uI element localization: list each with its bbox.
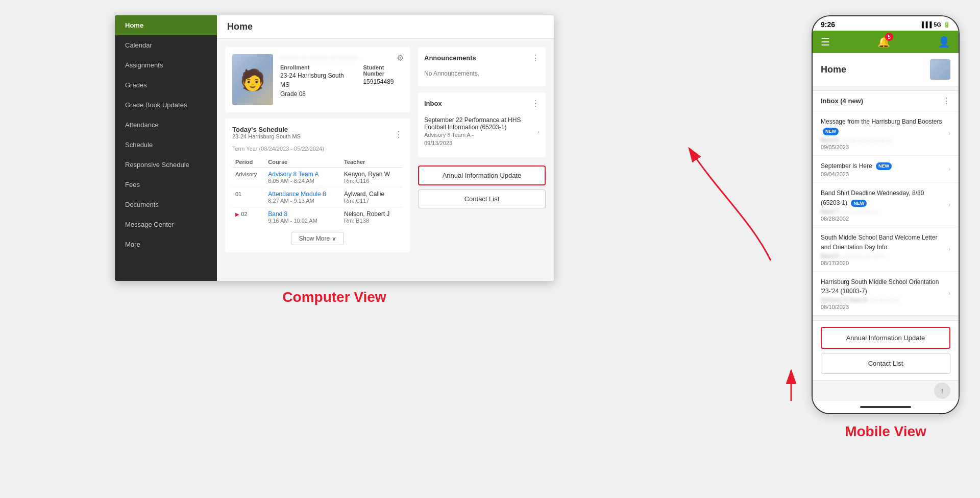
annual-update-button[interactable]: Annual Information Update [418, 165, 546, 185]
phone-status-bar: 9:26 ▐▐▐ 5G 🔋 [813, 16, 959, 31]
sidebar-item-schedule[interactable]: Schedule [115, 135, 217, 155]
inbox-item-meta: Advisory 8 Team A - [424, 132, 534, 138]
enrollment-block: Enrollment 23-24 Harrisburg South MSGrad… [280, 64, 348, 98]
no-announcements-text: No Announcements. [424, 67, 540, 80]
mobile-inbox-item-3[interactable]: Band Shirt Deadline Wednesday, 8/30 (652… [813, 183, 959, 227]
inbox-menu-icon[interactable]: ⋮ [531, 99, 540, 108]
mobile-inbox-item-5[interactable]: Harrisburg South Middle School Orientati… [813, 272, 959, 316]
schedule-row-01: 01 Attendance Module 8 8:27 AM - 9:13 AM… [232, 187, 403, 207]
mobile-inbox-title: Inbox (4 new) [821, 97, 863, 105]
schedule-row-02: ▶ 02 Band 8 9:16 AM - 10:02 AM [232, 207, 403, 227]
computer-view-label: Computer View [282, 289, 386, 305]
mobile-inbox-item-1[interactable]: Message from the Harrisburg Band Booster… [813, 111, 959, 156]
computer-arrow-svg [679, 117, 781, 271]
course-link-01[interactable]: Attendance Module 8 [268, 191, 326, 198]
main-content: Home 🧑 — — — [217, 15, 554, 281]
mobile-inbox-item-4[interactable]: South Middle School Band Welcome Letter … [813, 227, 959, 272]
gear-icon[interactable]: ⚙ [397, 53, 404, 63]
sidebar-item-grades[interactable]: Grades [115, 75, 217, 95]
mobile-content: Home Inbox (4 new) ⋮ Message from the Ha… [813, 53, 959, 401]
announcements-card: Announcements ⋮ No Announcements. [418, 47, 546, 86]
mobile-inbox-menu-icon[interactable]: ⋮ [942, 96, 950, 106]
left-panel: 🧑 — — — — — — — — — — — Enrollment [225, 47, 410, 273]
page-title: Home [217, 15, 554, 39]
inbox-item-title: September 22 Performance at HHS Football… [424, 116, 534, 131]
schedule-title: Today's Schedule [232, 126, 301, 133]
mobile-chevron-icon-1: › [948, 130, 950, 137]
inbox-chevron-icon: › [537, 128, 540, 135]
mobile-chevron-icon-4: › [948, 246, 950, 253]
sidebar-item-calendar[interactable]: Calendar [115, 35, 217, 55]
sidebar-item-message-center[interactable]: Message Center [115, 215, 217, 234]
mobile-annual-update-button[interactable]: Annual Information Update [821, 327, 950, 349]
term-year: Term Year (08/24/2023 - 05/22/2024) [232, 146, 403, 152]
mobile-chevron-icon-5: › [948, 290, 950, 297]
student-info: — — — — — — — — — — — Enrollment 23-24 H… [280, 54, 403, 98]
mobile-home-header: Home [813, 53, 959, 86]
sidebar-item-gradebook-updates[interactable]: Grade Book Updates [115, 95, 217, 115]
contact-list-button[interactable]: Contact List [418, 189, 546, 208]
mobile-home-title: Home [821, 64, 846, 75]
sidebar-item-documents[interactable]: Documents [115, 195, 217, 215]
student-photo: 🧑 [232, 54, 273, 105]
sidebar-item-assignments[interactable]: Assignments [115, 55, 217, 75]
inbox-card: Inbox ⋮ September 22 Performance at HHS … [418, 92, 546, 157]
schedule-menu-icon[interactable]: ⋮ [395, 130, 403, 139]
notification-bell[interactable]: 🔔 5 [877, 36, 890, 48]
profile-icon[interactable]: 👤 [938, 36, 950, 48]
mobile-chevron-icon-2: › [948, 165, 950, 173]
student-name: — — — — — — — — — — — [280, 54, 403, 60]
mobile-contact-list-button[interactable]: Contact List [821, 353, 950, 374]
course-link-02[interactable]: Band 8 [268, 210, 287, 218]
mobile-inbox-item-2[interactable]: September Is Here NEW 09/04/2023 › [813, 156, 959, 183]
sidebar-item-responsive-schedule[interactable]: Responsive Schedule [115, 155, 217, 175]
home-indicator-bar [860, 406, 911, 408]
mobile-action-buttons: Annual Information Update Contact List [813, 320, 959, 381]
mobile-scroll-up: ↑ [813, 381, 959, 401]
announcements-menu-icon[interactable]: ⋮ [531, 53, 540, 63]
course-link-advisory[interactable]: Advisory 8 Team A [268, 171, 318, 178]
hamburger-icon[interactable]: ☰ [821, 36, 830, 48]
mobile-arrow-svg [776, 365, 806, 406]
sidebar-item-more[interactable]: More [115, 234, 217, 254]
phone-time: 9:26 [821, 20, 835, 29]
schedule-school: 23-24 Harrisburg South MS [232, 133, 301, 139]
announcements-title: Announcements [424, 54, 476, 62]
sidebar: Home Calendar Assignments Grades Grade B… [115, 15, 217, 281]
phone-icons: ▐▐▐ 5G 🔋 [920, 21, 950, 28]
phone-frame: 9:26 ▐▐▐ 5G 🔋 ☰ 🔔 5 👤 [812, 15, 960, 414]
sidebar-item-home[interactable]: Home [115, 15, 217, 35]
sidebar-item-attendance[interactable]: Attendance [115, 115, 217, 135]
inbox-title: Inbox [424, 100, 442, 107]
show-more-button[interactable]: Show More ∨ [291, 232, 344, 245]
sidebar-item-fees[interactable]: Fees [115, 175, 217, 195]
scroll-up-button[interactable]: ↑ [934, 383, 950, 399]
inbox-item[interactable]: September 22 Performance at HHS Football… [424, 112, 540, 151]
schedule-table: Period Course Teacher Advisory [232, 157, 403, 227]
period-arrow: ▶ [235, 211, 239, 217]
mobile-view-label: Mobile View [845, 423, 926, 440]
mobile-chevron-icon-3: › [948, 201, 950, 208]
right-panel: Announcements ⋮ No Announcements. Inbox … [418, 47, 546, 273]
phone-home-indicator [813, 401, 959, 413]
student-number-block: Student Number 159154489 [363, 64, 403, 98]
mobile-app-bar: ☰ 🔔 5 👤 [813, 31, 959, 53]
inbox-item-date: 09/13/2023 [424, 140, 452, 146]
mobile-inbox-section: Inbox (4 new) ⋮ Message from the Harrisb… [813, 90, 959, 316]
action-buttons: Annual Information Update Contact List [418, 165, 546, 208]
mobile-student-thumb [930, 59, 950, 80]
schedule-row-advisory: Advisory Advisory 8 Team A 8:05 AM - 8:2… [232, 168, 403, 187]
schedule-card: Today's Schedule 23-24 Harrisburg South … [225, 118, 410, 252]
student-card: 🧑 — — — — — — — — — — — Enrollment [225, 47, 410, 112]
